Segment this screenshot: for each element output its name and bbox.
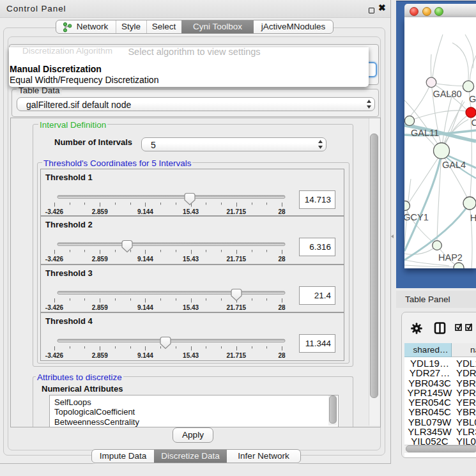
svg-text:9.144: 9.144 xyxy=(137,256,153,263)
svg-text:2.859: 2.859 xyxy=(92,304,108,311)
svg-text:15.43: 15.43 xyxy=(183,352,199,359)
svg-text:28: 28 xyxy=(278,352,286,359)
svg-text:2.859: 2.859 xyxy=(92,352,108,359)
svg-text:GAL80: GAL80 xyxy=(433,89,461,99)
svg-text:-3.426: -3.426 xyxy=(45,256,64,263)
svg-text:28: 28 xyxy=(278,304,286,311)
svg-text:9.144: 9.144 xyxy=(137,352,153,359)
svg-text:2.859: 2.859 xyxy=(92,208,108,215)
svg-text:15.43: 15.43 xyxy=(183,256,199,263)
svg-text:C: C xyxy=(472,118,476,128)
svg-text:21.715: 21.715 xyxy=(227,256,247,263)
svg-text:28: 28 xyxy=(278,208,286,215)
svg-text:15.43: 15.43 xyxy=(183,208,199,215)
svg-text:-3.426: -3.426 xyxy=(45,208,64,215)
svg-text:21.715: 21.715 xyxy=(227,352,247,359)
svg-text:GCY1: GCY1 xyxy=(404,212,429,222)
svg-text:9.144: 9.144 xyxy=(137,304,153,311)
svg-text:GAL4: GAL4 xyxy=(442,160,466,170)
svg-text:GAL11: GAL11 xyxy=(411,128,439,138)
svg-text:-3.426: -3.426 xyxy=(45,304,64,311)
svg-text:GA: GA xyxy=(469,94,476,104)
svg-text:-3.426: -3.426 xyxy=(45,352,64,359)
svg-text:9.144: 9.144 xyxy=(137,208,153,215)
svg-text:21.715: 21.715 xyxy=(227,208,247,215)
svg-text:HAP2: HAP2 xyxy=(438,252,463,263)
svg-text:2.859: 2.859 xyxy=(92,256,108,263)
svg-text:H: H xyxy=(470,213,476,223)
svg-text:21.715: 21.715 xyxy=(227,304,247,311)
svg-text:15.43: 15.43 xyxy=(183,304,199,311)
svg-text:28: 28 xyxy=(278,256,286,263)
